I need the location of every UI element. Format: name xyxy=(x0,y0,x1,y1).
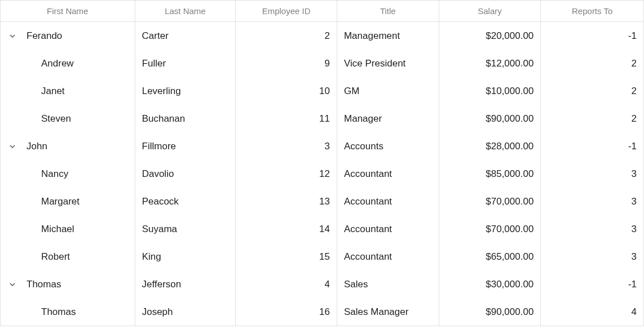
cell-first-name: Margaret xyxy=(1,188,135,215)
table-row[interactable]: FerandoCarter2Management$20,000.00-1 xyxy=(1,22,643,50)
cell-employee-id: 4 xyxy=(236,270,337,298)
cell-first-name: Ferando xyxy=(1,22,135,50)
cell-first-name: Steven xyxy=(1,105,135,132)
first-name-text: Steven xyxy=(41,113,71,125)
cell-title: Accountant xyxy=(337,188,439,215)
cell-employee-id: 11 xyxy=(236,105,337,132)
cell-first-name: Michael xyxy=(1,215,135,243)
header-salary[interactable]: Salary xyxy=(439,1,541,22)
cell-employee-id: 16 xyxy=(236,298,337,326)
cell-last-name: Peacock xyxy=(135,188,236,215)
cell-reports-to: 2 xyxy=(541,50,643,77)
cell-employee-id: 15 xyxy=(236,243,337,270)
first-name-text: Andrew xyxy=(41,58,74,69)
table-row[interactable]: AndrewFuller9Vice President$12,000.002 xyxy=(1,50,643,77)
cell-salary: $65,000.00 xyxy=(439,243,541,270)
cell-last-name: Joseph xyxy=(135,298,236,326)
table-row[interactable]: MichaelSuyama14Accountant$70,000.003 xyxy=(1,215,643,243)
cell-title: Accountant xyxy=(337,215,439,243)
cell-last-name: King xyxy=(135,243,236,270)
cell-title: Sales Manager xyxy=(337,298,439,326)
cell-employee-id: 14 xyxy=(236,215,337,243)
table-row[interactable]: MargaretPeacock13Accountant$70,000.003 xyxy=(1,188,643,215)
tree-grid: First Name Last Name Employee ID Title S… xyxy=(0,0,644,326)
cell-last-name: Davolio xyxy=(135,160,236,188)
cell-employee-id: 12 xyxy=(236,160,337,188)
cell-reports-to: 3 xyxy=(541,215,643,243)
first-name-text: Thomas xyxy=(41,306,76,318)
header-reports-to[interactable]: Reports To xyxy=(541,1,643,22)
cell-last-name: Carter xyxy=(135,22,236,50)
cell-reports-to: 3 xyxy=(541,188,643,215)
cell-employee-id: 13 xyxy=(236,188,337,215)
cell-employee-id: 2 xyxy=(236,22,337,50)
cell-title: Manager xyxy=(337,105,439,132)
cell-salary: $30,000.00 xyxy=(439,270,541,298)
header-first-name[interactable]: First Name xyxy=(1,1,135,22)
cell-salary: $28,000.00 xyxy=(439,132,541,160)
cell-salary: $10,000.00 xyxy=(439,77,541,105)
cell-title: Management xyxy=(337,22,439,50)
cell-employee-id: 10 xyxy=(236,77,337,105)
cell-salary: $70,000.00 xyxy=(439,188,541,215)
cell-last-name: Suyama xyxy=(135,215,236,243)
cell-salary: $85,000.00 xyxy=(439,160,541,188)
table-row[interactable]: ThomasJoseph16Sales Manager$90,000.004 xyxy=(1,298,643,326)
cell-first-name: Thomas xyxy=(1,298,135,326)
cell-title: Accountant xyxy=(337,160,439,188)
table-row[interactable]: JohnFillmore3Accounts$28,000.00-1 xyxy=(1,132,643,160)
cell-reports-to: 4 xyxy=(541,298,643,326)
cell-first-name: John xyxy=(1,132,135,160)
first-name-text: Robert xyxy=(41,251,70,263)
first-name-text: Thomas xyxy=(27,279,61,290)
cell-reports-to: 2 xyxy=(541,105,643,132)
cell-last-name: Buchanan xyxy=(135,105,236,132)
table-row[interactable]: StevenBuchanan11Manager$90,000.002 xyxy=(1,105,643,132)
cell-first-name: Nancy xyxy=(1,160,135,188)
cell-salary: $90,000.00 xyxy=(439,105,541,132)
cell-employee-id: 3 xyxy=(236,132,337,160)
chevron-down-icon[interactable] xyxy=(8,281,16,288)
cell-last-name: Leverling xyxy=(135,77,236,105)
cell-first-name: Robert xyxy=(1,243,135,270)
cell-reports-to: -1 xyxy=(541,270,643,298)
cell-reports-to: -1 xyxy=(541,22,643,50)
cell-employee-id: 9 xyxy=(236,50,337,77)
cell-first-name: Janet xyxy=(1,77,135,105)
table-row[interactable]: JanetLeverling10GM$10,000.002 xyxy=(1,77,643,105)
cell-salary: $20,000.00 xyxy=(439,22,541,50)
cell-reports-to: 2 xyxy=(541,77,643,105)
first-name-text: Michael xyxy=(41,224,74,235)
chevron-down-icon[interactable] xyxy=(8,143,16,150)
table-row[interactable]: ThomasJefferson4Sales$30,000.00-1 xyxy=(1,270,643,298)
cell-first-name: Thomas xyxy=(1,270,135,298)
table-row[interactable]: RobertKing15Accountant$65,000.003 xyxy=(1,243,643,270)
first-name-text: Margaret xyxy=(41,196,80,207)
cell-title: Sales xyxy=(337,270,439,298)
header-title[interactable]: Title xyxy=(337,1,439,22)
cell-last-name: Jefferson xyxy=(135,270,236,298)
table-row[interactable]: NancyDavolio12Accountant$85,000.003 xyxy=(1,160,643,188)
cell-last-name: Fillmore xyxy=(135,132,236,160)
chevron-down-icon[interactable] xyxy=(8,32,16,40)
header-row: First Name Last Name Employee ID Title S… xyxy=(1,1,643,22)
first-name-text: Nancy xyxy=(41,168,68,180)
first-name-text: John xyxy=(27,141,47,152)
cell-salary: $90,000.00 xyxy=(439,298,541,326)
cell-title: Accountant xyxy=(337,243,439,270)
cell-title: Vice President xyxy=(337,50,439,77)
cell-reports-to: 3 xyxy=(541,160,643,188)
cell-salary: $12,000.00 xyxy=(439,50,541,77)
first-name-text: Ferando xyxy=(27,30,62,42)
cell-reports-to: 3 xyxy=(541,243,643,270)
cell-title: Accounts xyxy=(337,132,439,160)
cell-reports-to: -1 xyxy=(541,132,643,160)
cell-first-name: Andrew xyxy=(1,50,135,77)
cell-title: GM xyxy=(337,77,439,105)
rows-container: FerandoCarter2Management$20,000.00-1Andr… xyxy=(1,22,643,326)
first-name-text: Janet xyxy=(41,86,65,97)
cell-salary: $70,000.00 xyxy=(439,215,541,243)
header-last-name[interactable]: Last Name xyxy=(135,1,236,22)
header-employee-id[interactable]: Employee ID xyxy=(236,1,337,22)
cell-last-name: Fuller xyxy=(135,50,236,77)
